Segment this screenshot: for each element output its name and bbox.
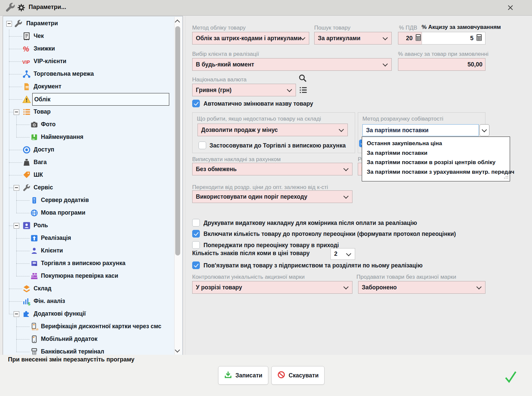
price-transition-label: Переходити від роздр. ціни до опт. залеж…	[192, 184, 328, 191]
search-icon[interactable]	[298, 74, 307, 84]
resize-grip-icon[interactable]	[504, 174, 508, 180]
server-icon	[30, 196, 38, 204]
scroll-down-icon[interactable]	[175, 347, 180, 353]
check-icon[interactable]	[504, 370, 517, 385]
sell-without-excise-label: Продавати товари без акцизної марки	[356, 274, 456, 280]
national-currency-select[interactable]: Гривня (грн)	[192, 84, 296, 96]
print-invoice-storekeeper-checkbox[interactable]	[192, 219, 200, 227]
sidebar-item-bankivskyi-terminal[interactable]: Банківський термінал	[3, 346, 174, 355]
svg-text:$: $	[28, 301, 31, 306]
sidebar-item-rol[interactable]: Роль	[3, 219, 174, 232]
popup-option[interactable]: За партіями поставки	[362, 148, 510, 158]
vat-label: % ПДВ	[399, 25, 417, 31]
sidebar-item-foto[interactable]: Фото	[3, 118, 174, 131]
product-search-label: Пошук товару	[314, 25, 350, 31]
calculator-icon[interactable]	[415, 34, 422, 43]
sidebar-item-pokupiurna-perevirka[interactable]: Покупюрна перевірка каси	[3, 270, 174, 282]
sidebar-item-vip-kliienty[interactable]: VIP VIP-клієнти	[3, 55, 174, 68]
eye-icon	[22, 146, 31, 154]
client-selection-select[interactable]: В будь-який момент	[192, 58, 392, 71]
sidebar-item-kliienty[interactable]: Клієнти	[3, 245, 174, 257]
invoices-by-account-select[interactable]: Без обмежень	[192, 163, 352, 175]
minus-icon[interactable]	[6, 21, 12, 27]
scroll-up-icon[interactable]	[175, 20, 180, 25]
chevron-down-icon	[343, 284, 349, 290]
apply-to-invoice-trade-checkbox[interactable]	[199, 142, 206, 149]
sidebar-item-dokument[interactable]: Документ	[3, 80, 174, 93]
wrench-icon	[5, 2, 16, 14]
excise-uniqueness-label: Контролювати унікальність акцизної марки	[192, 274, 305, 280]
cancel-button[interactable]: Скасувати	[271, 366, 325, 385]
sidebar-item-naimenuvannia[interactable]: Найменування	[3, 131, 174, 144]
sidebar-item-znyzhky[interactable]: % Знижки	[3, 43, 174, 55]
settings-tree: Параметри Чек % Знижки VIP VIP-клієнти Т…	[3, 16, 183, 355]
sidebar-item-server-dodatkiv[interactable]: Сервер додатків	[3, 194, 174, 207]
popup-option[interactable]: Остання закупівельна ціна	[362, 139, 510, 148]
window-title: Параметри...	[29, 4, 66, 11]
include-qty-revaluation-checkbox[interactable]	[192, 230, 200, 238]
sms-phone-icon: 51:15	[30, 323, 38, 331]
popup-option[interactable]: За партіями поставки в розрізі центрів о…	[362, 158, 510, 167]
sidebar-item-veryfikatsiia-sms[interactable]: 51:15 Верифікація дисконтної картки чере…	[3, 320, 174, 333]
sidebar-item-dodatkovi-funktsii[interactable]: Додаткові функції	[3, 308, 174, 320]
sell-without-excise-select[interactable]: Заборонено	[358, 281, 485, 294]
chevron-down-icon	[343, 194, 349, 199]
minus-icon[interactable]	[14, 311, 19, 317]
decimal-places-select[interactable]: 2	[331, 248, 355, 260]
cost-method-dropdown-button[interactable]	[479, 124, 489, 136]
sidebar-item-dostup[interactable]: Доступ	[3, 144, 174, 156]
invoice-icon	[30, 259, 38, 267]
sidebar-item-fin-analiz[interactable]: $ Фін. аналіз	[3, 295, 174, 308]
sidebar-item-sklad[interactable]: Склад	[3, 282, 174, 295]
cash-register-icon	[30, 272, 38, 280]
sidebar-item-servis[interactable]: Сервіс	[3, 181, 174, 194]
vat-input[interactable]: 20	[398, 32, 425, 45]
sidebar-item-torhovelna-merezha[interactable]: Торговельна мережа	[3, 68, 174, 80]
advance-percent-input[interactable]: 50,00	[398, 58, 485, 71]
warn-revaluation-checkbox[interactable]	[192, 241, 200, 249]
sidebar-item-realizatsiia[interactable]: Реалізація	[3, 232, 174, 245]
sidebar-item-vaha[interactable]: Вага	[3, 156, 174, 169]
cancel-icon	[277, 371, 285, 380]
sidebar-item-chek[interactable]: Чек	[3, 30, 174, 43]
include-qty-revaluation-label: Включати кількість товару до протоколу п…	[203, 231, 456, 238]
stock-shortage-select[interactable]: Дозволити продаж у мінус	[198, 124, 348, 136]
save-icon	[224, 371, 232, 380]
price-transition-select[interactable]: Використовувати один поріг переходу	[192, 190, 352, 203]
sidebar-item-parametry[interactable]: Параметри	[3, 17, 174, 30]
product-search-select[interactable]: За артикулами	[314, 32, 392, 45]
close-icon[interactable]	[505, 2, 516, 13]
auto-rename-checkbox[interactable]	[192, 100, 200, 107]
link-product-type-checkbox[interactable]	[192, 261, 200, 269]
cost-method-select[interactable]: За партіями поставки	[362, 124, 479, 136]
scrollbar-thumb[interactable]	[175, 26, 180, 255]
link-product-type-label: Пов'язувати вид товару з підприємством т…	[203, 262, 423, 269]
minus-icon[interactable]	[14, 223, 19, 229]
sidebar-item-shk[interactable]: ШК	[3, 169, 174, 181]
list-lines-icon[interactable]	[299, 86, 308, 96]
minus-icon[interactable]	[14, 109, 19, 115]
puzzle-icon	[22, 310, 31, 318]
save-button[interactable]: Записати	[218, 366, 268, 385]
excise-uniqueness-select[interactable]: У розрізі товару	[192, 281, 352, 294]
chevron-down-icon	[339, 127, 344, 132]
network-icon	[22, 70, 31, 78]
package-icon	[30, 133, 38, 141]
sidebar-item-torhivlia-z-vypyskoiu[interactable]: Торгівля з випискою рахунка	[3, 257, 174, 270]
sidebar-item-tovar[interactable]: Товар	[3, 106, 174, 118]
percent-icon: %	[22, 45, 31, 53]
sidebar-item-mova-prohramy[interactable]: Мова програми	[3, 207, 174, 219]
sidebar-item-oblik[interactable]: Облік	[3, 93, 174, 106]
minus-icon[interactable]	[14, 185, 19, 191]
excise-default-label: % Акцизу за замовчуванням	[422, 24, 501, 31]
popup-option[interactable]: За партіями поставки з урахуванням внутр…	[362, 167, 510, 177]
warn-revaluation-label: Попереджати про переоцінку товару в прих…	[203, 242, 339, 249]
tree-scrollbar[interactable]	[174, 17, 182, 354]
person-badge-icon	[22, 221, 31, 230]
panel-divider	[185, 16, 186, 355]
excise-default-input[interactable]: 5	[422, 32, 485, 45]
sidebar-item-mobilnyi-dodatok[interactable]: Мобільний додаток	[3, 333, 174, 346]
terminal-icon	[30, 348, 38, 355]
accounting-method-select[interactable]: Облік за штрих-кодами і артикулами	[192, 32, 309, 45]
calculator-icon[interactable]	[476, 34, 482, 43]
